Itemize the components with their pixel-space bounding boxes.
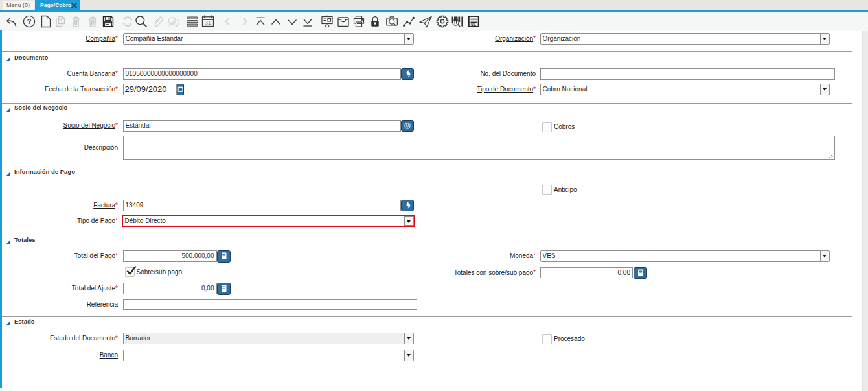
svg-text:31: 31 (205, 19, 211, 26)
svg-text:?: ? (27, 18, 31, 25)
